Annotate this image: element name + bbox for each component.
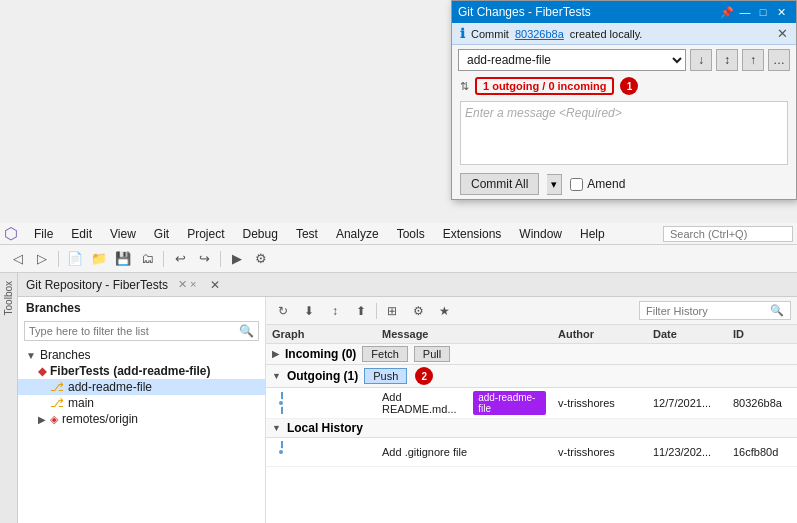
- menu-git[interactable]: Git: [146, 225, 177, 243]
- remotes-label: remotes/origin: [62, 412, 138, 426]
- titlebar-minimize-btn[interactable]: —: [736, 3, 754, 21]
- toolbar-open-btn[interactable]: 📁: [89, 249, 109, 269]
- graph-fetch-btn[interactable]: ⬇: [298, 300, 320, 322]
- tree-remotes[interactable]: ▶ ◈ remotes/origin: [18, 411, 265, 427]
- commit-row: Commit All ▾ Amend: [452, 169, 796, 199]
- push-btn[interactable]: Push: [364, 368, 407, 384]
- local-history-row-0[interactable]: Add .gitignore file v-trisshores 11/23/2…: [266, 438, 797, 467]
- menu-window[interactable]: Window: [511, 225, 570, 243]
- commit-hash-link[interactable]: 80326b8a: [515, 28, 564, 40]
- local-history-row-message: Add .gitignore file: [376, 443, 552, 461]
- local-history-row-id: 16cfb80d: [727, 443, 797, 461]
- incoming-section-header[interactable]: ▶ Incoming (0) Fetch Pull: [266, 344, 797, 365]
- col-header-id: ID: [727, 325, 797, 343]
- message-input-area[interactable]: Enter a message <Required>: [460, 101, 788, 165]
- toolbar-back-btn[interactable]: ◁: [8, 249, 28, 269]
- outgoing-triangle: ▼: [272, 371, 281, 381]
- toolbar-sep-1: [58, 251, 59, 267]
- graph-bookmark-btn[interactable]: ★: [433, 300, 455, 322]
- amend-label: Amend: [587, 177, 625, 191]
- pull-btn[interactable]: Pull: [414, 346, 450, 362]
- tree-branches-root[interactable]: ▼ Branches: [18, 347, 265, 363]
- branch-more-btn[interactable]: …: [768, 49, 790, 71]
- graph-filter-btn[interactable]: ⊞: [381, 300, 403, 322]
- toolbar-new-btn[interactable]: 📄: [65, 249, 85, 269]
- toolbox-strip: Toolbox: [0, 273, 18, 523]
- git-repo-titlebar: Git Repository - FiberTests ✕ × ✕: [18, 273, 797, 297]
- branch-pull-btn[interactable]: ↕: [716, 49, 738, 71]
- add-readme-tag: add-readme-file: [473, 391, 546, 415]
- menu-debug[interactable]: Debug: [235, 225, 286, 243]
- toolbar-forward-btn[interactable]: ▷: [32, 249, 52, 269]
- branch-push-btn[interactable]: ↑: [742, 49, 764, 71]
- col-header-author: Author: [552, 325, 647, 343]
- toolbar-save-btn[interactable]: 💾: [113, 249, 133, 269]
- branch-tree: ▼ Branches ◆ FiberTests (add-readme-file…: [18, 343, 265, 523]
- toolbar-redo-btn[interactable]: ↪: [194, 249, 214, 269]
- toolbar-debug-btn[interactable]: ▶: [227, 249, 247, 269]
- filter-history-container[interactable]: 🔍: [639, 301, 791, 320]
- toolbar-misc-btn[interactable]: ⚙: [251, 249, 271, 269]
- graph-push-btn[interactable]: ⬆: [350, 300, 372, 322]
- repo-tab-pin[interactable]: ✕ ×: [178, 278, 196, 291]
- outgoing-section-header[interactable]: ▼ Outgoing (1) Push 2: [266, 365, 797, 388]
- sync-badge: 1: [620, 77, 638, 95]
- branches-search-box[interactable]: 🔍: [24, 321, 259, 341]
- commit-dropdown-btn[interactable]: ▾: [547, 174, 562, 195]
- graph-toolbar: ↻ ⬇ ↕ ⬆ ⊞ ⚙ ★ 🔍: [266, 297, 797, 325]
- outgoing-row-0[interactable]: Add README.md... add-readme-file v-triss…: [266, 388, 797, 419]
- titlebar-pin-btn[interactable]: 📌: [718, 3, 736, 21]
- amend-checkbox[interactable]: [570, 178, 583, 191]
- tree-main-branch[interactable]: ⎇ main: [18, 395, 265, 411]
- sync-indicator[interactable]: 1 outgoing / 0 incoming: [475, 77, 614, 95]
- col-header-date: Date: [647, 325, 727, 343]
- graph-panel: ↻ ⬇ ↕ ⬆ ⊞ ⚙ ★ 🔍 Graph Message Author Dat…: [266, 297, 797, 523]
- repo-close-btn[interactable]: ✕: [205, 275, 225, 295]
- git-changes-title: Git Changes - FiberTests: [458, 5, 718, 19]
- info-suffix: created locally.: [570, 28, 643, 40]
- fetch-btn[interactable]: Fetch: [362, 346, 408, 362]
- repo-content: Branches 🔍 ▼ Branches ◆ FiberTests (add-…: [18, 297, 797, 523]
- local-history-row-author: v-trisshores: [552, 443, 647, 461]
- info-text: Commit: [471, 28, 509, 40]
- titlebar-maximize-btn[interactable]: □: [754, 3, 772, 21]
- toolbar-undo-btn[interactable]: ↩: [170, 249, 190, 269]
- toolbar-save-all-btn[interactable]: 🗂: [137, 249, 157, 269]
- push-badge: 2: [415, 367, 433, 385]
- graph-settings-btn[interactable]: ⚙: [407, 300, 429, 322]
- menu-test[interactable]: Test: [288, 225, 326, 243]
- git-changes-titlebar: Git Changes - FiberTests 📌 — □ ✕: [452, 1, 796, 23]
- local-history-row-date: 11/23/202...: [647, 443, 727, 461]
- menu-project[interactable]: Project: [179, 225, 232, 243]
- add-readme-branch-icon: ⎇: [50, 380, 64, 394]
- info-bar-close-btn[interactable]: ✕: [777, 26, 788, 41]
- outgoing-label: Outgoing (1): [287, 369, 358, 383]
- fibertests-label: FiberTests (add-readme-file): [50, 364, 210, 378]
- local-history-label: Local History: [287, 421, 363, 435]
- sync-arrows-icon: ⇅: [460, 80, 469, 93]
- graph-pull-btn[interactable]: ↕: [324, 300, 346, 322]
- branch-selector-row: add-readme-file ↓ ↕ ↑ …: [452, 45, 796, 75]
- menu-extensions[interactable]: Extensions: [435, 225, 510, 243]
- filter-history-input[interactable]: [646, 305, 766, 317]
- tree-add-readme-branch[interactable]: ⎇ add-readme-file: [18, 379, 265, 395]
- branch-fetch-btn[interactable]: ↓: [690, 49, 712, 71]
- menu-edit[interactable]: Edit: [63, 225, 100, 243]
- menu-analyze[interactable]: Analyze: [328, 225, 387, 243]
- titlebar-close-btn[interactable]: ✕: [772, 3, 790, 21]
- branches-search-icon: 🔍: [239, 324, 254, 338]
- toolbar-sep-3: [220, 251, 221, 267]
- outgoing-row-date: 12/7/2021...: [647, 394, 727, 412]
- menu-help[interactable]: Help: [572, 225, 613, 243]
- branch-select[interactable]: add-readme-file: [458, 49, 686, 71]
- menu-file[interactable]: File: [26, 225, 61, 243]
- menu-tools[interactable]: Tools: [389, 225, 433, 243]
- git-info-bar: ℹ Commit 80326b8a created locally. ✕: [452, 23, 796, 45]
- tree-fibertests[interactable]: ◆ FiberTests (add-readme-file): [18, 363, 265, 379]
- graph-refresh-btn[interactable]: ↻: [272, 300, 294, 322]
- commit-all-btn[interactable]: Commit All: [460, 173, 539, 195]
- menu-view[interactable]: View: [102, 225, 144, 243]
- branches-search-input[interactable]: [29, 325, 239, 337]
- local-history-header[interactable]: ▼ Local History: [266, 419, 797, 438]
- menu-search-input[interactable]: [663, 226, 793, 242]
